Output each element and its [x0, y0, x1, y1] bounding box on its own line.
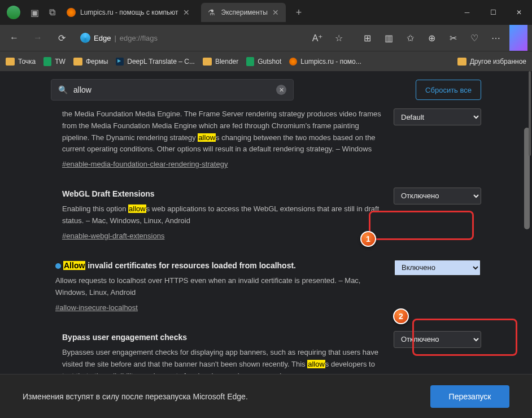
close-icon[interactable]: ✕	[183, 8, 190, 17]
favorite-icon[interactable]: ☆	[329, 28, 349, 48]
more-icon[interactable]: ⋯	[486, 28, 506, 48]
address-url: edge://flags	[120, 34, 158, 42]
flag-hash-link[interactable]: #enable-media-foundation-clear-rendering…	[62, 159, 228, 171]
folder-icon	[457, 58, 466, 66]
page-content: 🔍 ✕ Сбросить все the Media Foundation Me…	[0, 71, 532, 418]
flag-title: Bypass user engagement checks	[62, 331, 382, 343]
flag-select[interactable]: Отключено	[394, 331, 481, 348]
bookmark-tochka[interactable]: Точка	[6, 58, 36, 66]
tab-lumpics[interactable]: Lumpics.ru - помощь с компьют ✕	[60, 3, 197, 22]
new-tab-button[interactable]: +	[296, 7, 302, 19]
bookmarks-bar: Точка TW Фермы DeepL Translate – C... Bl…	[0, 51, 532, 71]
tab-label: Эксперименты	[221, 8, 268, 16]
toolbar: ← → ⟳ Edge | edge://flags A⁺ ☆ ⊞ ▥ ✩ ⊕ ✂…	[0, 25, 532, 51]
forward-button: →	[28, 28, 47, 47]
flag-desc: Allows requests to localhost over HTTPS …	[55, 276, 360, 297]
highlight: allow	[128, 204, 146, 213]
tabactions-icon[interactable]: ⧉	[49, 7, 55, 18]
clear-search-button[interactable]: ✕	[276, 85, 286, 95]
flag-hash-link[interactable]: #enable-webgl-draft-extensions	[62, 230, 164, 242]
edge-icon	[80, 33, 90, 43]
performance-icon[interactable]: ♡	[464, 28, 485, 48]
highlight: Allow	[63, 261, 85, 270]
bookmark-label: TW	[55, 58, 66, 66]
bookmark-label: Blender	[215, 58, 238, 66]
folder-icon	[73, 58, 82, 66]
window-scrollbar[interactable]	[529, 71, 531, 156]
maximize-button[interactable]: ☐	[480, 0, 506, 25]
copilot-icon[interactable]	[509, 25, 527, 51]
flag-item: WebGL Draft Extensions Enabling this opt…	[62, 188, 481, 242]
flag-title: WebGL Draft Extensions	[62, 188, 382, 200]
lumpics-icon	[289, 58, 297, 66]
reset-all-button[interactable]: Сбросить все	[416, 80, 481, 100]
address-bar[interactable]: Edge | edge://flags	[76, 33, 162, 43]
back-button[interactable]: ←	[5, 28, 24, 47]
sheets-icon	[246, 57, 254, 66]
highlight: allow	[307, 360, 325, 368]
minimize-button[interactable]: ─	[454, 0, 480, 25]
bookmark-label: Gutshot	[258, 58, 281, 66]
flag-desc: Enabling this option	[62, 204, 128, 213]
footer-message: Изменения вступят в силу после перезапус…	[23, 392, 248, 401]
bookmark-label: Lumpics.ru - помо...	[300, 58, 361, 66]
folder-icon	[203, 58, 212, 66]
search-icon: 🔍	[58, 85, 68, 94]
flag-hash-link[interactable]: #allow-insecure-localhost	[55, 302, 138, 314]
refresh-button[interactable]: ⟳	[52, 28, 71, 47]
lumpics-icon	[67, 8, 76, 17]
address-separator: |	[114, 34, 116, 42]
search-input[interactable]	[73, 85, 271, 94]
workspaces-icon[interactable]: ▣	[30, 7, 39, 18]
read-aloud-icon[interactable]: A⁺	[307, 28, 328, 48]
tab-label: Lumpics.ru - помощь с компьют	[80, 8, 178, 16]
profile-avatar[interactable]	[7, 6, 20, 19]
flag-title-text: invalid certificates for resources loade…	[85, 261, 296, 270]
flag-item: the Media Foundation Media Engine. The F…	[62, 108, 481, 171]
close-icon[interactable]: ✕	[272, 8, 279, 17]
extensions-icon[interactable]: ⊞	[357, 28, 377, 48]
restart-footer: Изменения вступят в силу после перезапус…	[0, 374, 532, 418]
bookmark-fermy[interactable]: Фермы	[73, 58, 108, 66]
bookmark-gutshot[interactable]: Gutshot	[246, 57, 281, 66]
annotation-badge-1: 1	[360, 231, 376, 247]
folder-icon	[6, 58, 15, 66]
annotation-badge-2: 2	[393, 308, 409, 324]
changed-dot-icon	[55, 263, 61, 269]
titlebar: ▣ ⧉ Lumpics.ru - помощь с компьют ✕ ⚗ Эк…	[0, 0, 532, 25]
restart-button[interactable]: Перезапуск	[430, 385, 509, 408]
search-box[interactable]: 🔍 ✕	[51, 79, 294, 101]
flag-select-enabled[interactable]: Включено	[394, 259, 481, 276]
tab-experiments[interactable]: ⚗ Эксперименты ✕	[201, 3, 286, 22]
flask-icon: ⚗	[208, 8, 217, 17]
bookmark-label: DeepL Translate – C...	[127, 58, 195, 66]
bookmark-blender[interactable]: Blender	[203, 58, 238, 66]
sheets-icon	[43, 57, 51, 66]
collections-icon[interactable]: ⊕	[421, 28, 442, 48]
flag-title: Allow invalid certificates for resources…	[55, 259, 382, 272]
bookmark-tw[interactable]: TW	[43, 57, 66, 66]
bookmark-label: Фермы	[86, 58, 108, 66]
flag-select[interactable]: Отключено	[394, 188, 481, 204]
highlight: allow	[198, 133, 216, 142]
bookmark-other[interactable]: Другое избранное	[457, 58, 526, 66]
screenshot-icon[interactable]: ✂	[443, 28, 463, 48]
bookmark-lumpics[interactable]: Lumpics.ru - помо...	[289, 58, 361, 66]
reset-label: Сбросить все	[425, 86, 472, 94]
bookmark-label: Точка	[18, 58, 36, 66]
flag-select[interactable]: Default	[394, 108, 481, 125]
flag-item: Allow invalid certificates for resources…	[55, 259, 481, 314]
bookmark-deepl[interactable]: DeepL Translate – C...	[116, 58, 195, 66]
address-edge-label: Edge	[94, 34, 111, 42]
favorites-bar-icon[interactable]: ✩	[400, 28, 420, 48]
split-icon[interactable]: ▥	[378, 28, 399, 48]
close-window-button[interactable]: ✕	[506, 0, 532, 25]
bookmark-label: Другое избранное	[470, 58, 526, 66]
deepl-icon	[116, 58, 124, 66]
